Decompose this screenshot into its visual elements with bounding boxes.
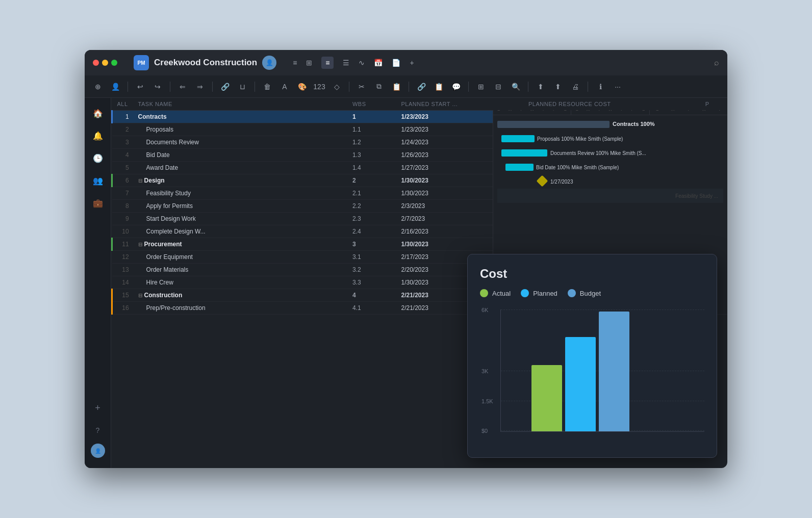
y-label-0: $0 (481, 428, 488, 434)
indent-left-icon[interactable]: ⇐ (175, 80, 190, 94)
sep1 (128, 82, 128, 92)
col-start: PLANNED START ... (396, 98, 523, 111)
link-icon[interactable]: 🔗 (218, 80, 232, 94)
gantt-label-contracts: Contracts 100% (613, 121, 655, 127)
grid-view-icon[interactable]: ⊞ (474, 80, 488, 94)
expand-icon[interactable]: ⊟ (138, 242, 142, 247)
shape-icon[interactable]: ◇ (329, 80, 344, 94)
fullscreen-button[interactable] (111, 60, 117, 66)
col-task: TASK NAME (133, 98, 347, 111)
table-view-icon[interactable]: ⊟ (491, 80, 505, 94)
gantt-bar-docsreview (501, 149, 547, 157)
task-name: Proposals (133, 123, 347, 136)
tab-add[interactable]: + (410, 59, 414, 67)
row-num: 15 (112, 289, 133, 302)
gantt-label-awarddate: 1/27/2023 (550, 179, 573, 185)
more-icon[interactable]: ··· (611, 80, 625, 94)
sep9 (588, 82, 588, 92)
export-icon[interactable]: ⬆ (534, 80, 548, 94)
info-icon[interactable]: ℹ (593, 80, 607, 94)
wbs: 1 (347, 111, 396, 123)
redo-icon[interactable]: ↪ (150, 80, 165, 94)
paste-icon[interactable]: 📋 (389, 80, 403, 94)
legend-label-budget: Budget (580, 290, 601, 297)
sidebar-add[interactable]: + (89, 399, 107, 417)
row-num: 8 (112, 200, 133, 213)
tab-calendar[interactable]: 📅 (374, 59, 383, 67)
sidebar-home[interactable]: 🏠 (89, 104, 107, 122)
share-icon[interactable]: ⬆ (551, 80, 565, 94)
font-icon[interactable]: A (277, 80, 292, 94)
minimize-button[interactable] (102, 60, 108, 66)
gantt-bar-contracts (497, 121, 610, 128)
y-label-3k: 3K (481, 368, 488, 374)
tab-docs[interactable]: 📄 (392, 59, 400, 67)
tab-grid[interactable]: ☰ (343, 59, 349, 67)
titlebar-tabs: ≡ ⊞ ≡ ☰ ∿ 📅 📄 + (293, 57, 414, 69)
bars-group (531, 312, 629, 431)
add-user-icon[interactable]: 👤 (108, 80, 122, 94)
task-name: Contracts (133, 111, 347, 123)
row-num: 2 (112, 123, 133, 136)
row-num: 13 (112, 264, 133, 276)
expand-icon[interactable]: ⊟ (138, 178, 142, 184)
row-num: 14 (112, 276, 133, 289)
delete-icon[interactable]: 🗑 (260, 80, 274, 94)
tab-gantt[interactable]: ≡ (321, 57, 334, 69)
legend-dot-planned (521, 289, 529, 297)
task-name: Order Materials (133, 264, 347, 276)
sep7 (468, 82, 469, 92)
zoom-icon[interactable]: 🔍 (509, 80, 523, 94)
legend-dot-budget (568, 289, 576, 297)
user-avatar[interactable]: 👤 (262, 56, 276, 70)
comment-icon[interactable]: 💬 (449, 80, 463, 94)
copy-icon[interactable]: ⧉ (372, 80, 386, 94)
print-icon[interactable]: 🖨 (568, 80, 582, 94)
expand-icon[interactable]: ⊟ (138, 293, 142, 298)
close-button[interactable] (93, 60, 99, 66)
dependency-icon[interactable]: ⊔ (235, 80, 249, 94)
add-task-icon[interactable]: ⊕ (91, 80, 105, 94)
task-name: Complete Design W... (133, 225, 347, 238)
note-icon[interactable]: 📋 (432, 80, 446, 94)
sep3 (212, 82, 213, 92)
sidebar-recent[interactable]: 🕒 (89, 149, 107, 167)
wbs: 3 (347, 238, 396, 251)
col-cost: PLANNED RESOURCE COST (523, 98, 700, 111)
sidebar-help[interactable]: ? (89, 421, 107, 439)
wbs: 2.1 (347, 187, 396, 200)
color-icon[interactable]: 🎨 (295, 80, 309, 94)
sidebar-people[interactable]: 👥 (89, 171, 107, 190)
tab-columns[interactable]: ⊞ (306, 59, 312, 67)
app-title: Creekwood Construction (154, 58, 257, 68)
chart-area: 6K 3K 1.5K $0 (500, 309, 704, 432)
gantt-row-4: Bid Date 100% Mike Smith (Sample) (497, 160, 723, 174)
title-area: PM Creekwood Construction 👤 (134, 55, 276, 70)
search-icon[interactable]: ⌕ (714, 58, 719, 67)
hyperlink-icon[interactable]: 🔗 (414, 80, 428, 94)
sidebar-notifications[interactable]: 🔔 (89, 126, 107, 145)
task-name: Apply for Permits (133, 200, 347, 213)
y-label-15k: 1.5K (481, 398, 493, 404)
number-icon[interactable]: 123 (312, 80, 326, 94)
cost-title: Cost (480, 267, 704, 281)
sep4 (255, 82, 255, 92)
bar-planned (565, 337, 596, 431)
cut-icon[interactable]: ✂ (354, 80, 369, 94)
sidebar-bottom: + ? 👤 (89, 399, 107, 462)
titlebar: PM Creekwood Construction 👤 ≡ ⊞ ≡ ☰ ∿ 📅 … (85, 50, 727, 75)
sidebar-projects[interactable]: 💼 (89, 194, 107, 212)
traffic-lights (93, 60, 117, 66)
toolbar: ⊕ 👤 ↩ ↪ ⇐ ⇒ 🔗 ⊔ 🗑 A 🎨 123 ◇ ✂ ⧉ 📋 🔗 📋 💬 … (85, 75, 727, 98)
gantt-row-3: Documents Review 100% Mike Smith (S... (497, 146, 723, 160)
gantt-diamond-awarddate (537, 175, 548, 187)
wbs: 3.3 (347, 276, 396, 289)
undo-icon[interactable]: ↩ (133, 80, 147, 94)
wbs: 2.3 (347, 213, 396, 225)
sidebar-avatar[interactable]: 👤 (91, 444, 105, 458)
gantt-row-5: 1/27/2023 (497, 174, 723, 189)
tab-chart[interactable]: ∿ (359, 59, 365, 67)
gantt-label-biddate: Bid Date 100% Mike Smith (Sample) (536, 165, 619, 170)
indent-right-icon[interactable]: ⇒ (193, 80, 207, 94)
tab-list[interactable]: ≡ (293, 59, 297, 67)
